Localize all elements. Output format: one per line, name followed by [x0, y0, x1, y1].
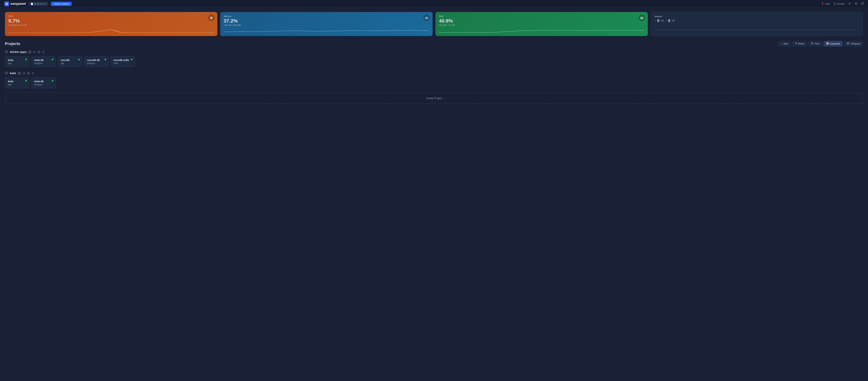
disk-card[interactable]: Disk 40.8% 29.2 GB / 71.7 GB [435, 12, 648, 36]
svg-point-14 [642, 19, 642, 19]
disk-label: Disk [439, 15, 644, 18]
cpu-sub: Load 0.02, 0.03, 0.00 [8, 24, 214, 26]
services-row-docker-apps: keila app keila-db postgres nocodb app n… [5, 56, 863, 67]
group-list-icon[interactable] [33, 50, 36, 54]
svg-rect-20 [828, 43, 829, 44]
svg-rect-11 [427, 18, 428, 18]
memory-card[interactable]: Memory 37.2% 1419 MB / 3816 MB [220, 12, 433, 36]
upload-arrow: ↑ [654, 19, 656, 22]
logo-icon [4, 1, 9, 6]
time-button[interactable]: Time [808, 41, 822, 46]
svg-rect-39 [20, 74, 21, 74]
svg-rect-19 [827, 43, 827, 44]
svg-rect-37 [20, 72, 21, 73]
service-name-keila2: keila [8, 80, 27, 83]
download-value: 0 [668, 19, 670, 23]
network-label: Network [654, 15, 859, 18]
group-view-icon-keila[interactable] [18, 72, 21, 75]
cpu-value: 0.7% [8, 18, 214, 24]
svg-rect-0 [6, 3, 6, 4]
logo-text: easypanel [10, 2, 26, 6]
page-title: Projects [5, 41, 20, 46]
service-card-nocodb[interactable]: nocodb app [58, 56, 82, 67]
group-add-icon-keila[interactable] [27, 72, 30, 75]
svg-rect-27 [30, 53, 31, 53]
name-button[interactable]: Name [792, 41, 807, 46]
svg-rect-38 [18, 74, 19, 74]
disk-sub: 29.2 GB / 71.7 GB [439, 24, 644, 26]
help-action[interactable]: ❓ Help [821, 2, 830, 5]
svg-rect-25 [30, 51, 31, 52]
service-card-keila[interactable]: keila app [5, 56, 30, 67]
service-name-nocodb: nocodb [61, 59, 80, 62]
update-button[interactable]: Update Available [51, 2, 72, 6]
version-text: 23.88.117.41 [34, 3, 46, 5]
status-dot-keila [25, 59, 27, 60]
group-folder-icon-keila [5, 71, 8, 75]
settings-icon [848, 2, 851, 5]
monitor-label: Monitor [837, 2, 845, 5]
project-group-keila: keila [5, 71, 863, 89]
svg-rect-3 [7, 4, 8, 5]
status-dot-nocodb-db [104, 59, 106, 60]
group-header-keila: keila [5, 71, 863, 75]
service-card-keila2[interactable]: keila app [5, 77, 30, 89]
svg-rect-36 [18, 72, 19, 73]
service-card-keila-db2[interactable]: keila-db postgres [31, 77, 56, 89]
logo[interactable]: easypanel [4, 1, 26, 6]
service-card-nocodb-redis[interactable]: nocodb-redis redis [111, 56, 135, 67]
group-name-docker-apps: docker-apps [10, 50, 27, 54]
status-dot-keila-db [52, 59, 53, 60]
network-card[interactable]: Network ↑ 0 MB ↓ 0 MB [651, 12, 863, 36]
version-icon: 📄 [31, 3, 33, 5]
group-settings-icon-keila[interactable] [32, 72, 34, 75]
svg-point-35 [44, 51, 44, 51]
upload-value: 0 [657, 19, 659, 23]
service-card-nocodb-db[interactable]: nocodb-db postgres [84, 56, 109, 67]
external-action[interactable] [861, 2, 864, 5]
external-icon [861, 2, 864, 5]
create-project-label: Create Project [426, 97, 442, 100]
monitor-action[interactable]: Monitor [834, 2, 845, 5]
project-group-docker-apps: docker-apps [5, 50, 863, 67]
header-right: ❓ Help Monitor [821, 2, 864, 5]
service-type-keila-db2: postgres [34, 83, 53, 86]
cpu-card[interactable]: CPU 0.7% Load 0.02, 0.03, 0.00 [5, 12, 217, 36]
service-type-nocodb-redis: redis [114, 62, 132, 65]
group-settings-icon[interactable] [42, 50, 45, 54]
new-button[interactable]: ＋ New [778, 41, 791, 46]
memory-value: 37.2% [224, 18, 429, 24]
collapsed-button[interactable]: Collapsed [844, 41, 863, 46]
settings-action[interactable] [848, 2, 851, 5]
memory-label: Memory [224, 15, 429, 18]
expanded-icon [826, 42, 829, 45]
create-project-button[interactable]: Create Project [5, 93, 863, 104]
svg-rect-17 [827, 42, 827, 43]
main-content: CPU 0.7% Load 0.02, 0.03, 0.00 Memor [0, 8, 868, 108]
svg-rect-7 [211, 18, 212, 19]
service-name-nocodb-redis: nocodb-redis [114, 59, 132, 62]
service-card-keila-db[interactable]: keila-db postgres [31, 56, 56, 67]
collapsed-icon [847, 42, 849, 45]
service-name-nocodb-db: nocodb-db [87, 59, 106, 62]
disk-chart [439, 28, 644, 34]
expanded-button[interactable]: Expanded [824, 41, 843, 46]
svg-rect-1 [7, 3, 8, 4]
group-view-icon[interactable] [28, 50, 31, 54]
new-label: New [783, 42, 788, 45]
svg-rect-4 [834, 3, 836, 4]
service-type-keila-db: postgres [34, 62, 53, 65]
group-list-icon-keila[interactable] [23, 72, 25, 75]
cpu-chart [8, 28, 214, 34]
help-label: Help [825, 2, 830, 5]
disk-value: 40.8% [439, 18, 644, 24]
plus-icon: ＋ [780, 42, 782, 45]
svg-rect-24 [29, 51, 29, 52]
plugins-action[interactable] [855, 2, 858, 5]
network-chart [654, 25, 859, 30]
toolbar: ＋ New Name Time [778, 41, 863, 46]
status-dot-nocodb [78, 59, 80, 60]
group-add-icon[interactable] [37, 50, 40, 54]
upload-unit: MB [661, 20, 664, 22]
memory-chart [224, 28, 429, 34]
